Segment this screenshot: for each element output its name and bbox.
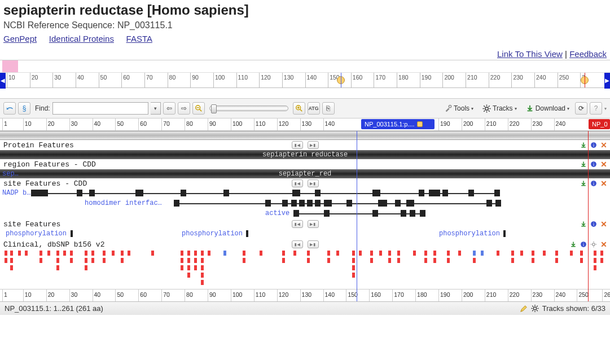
snp-marker[interactable] <box>413 251 416 256</box>
snp-marker[interactable] <box>473 251 476 256</box>
snp-marker[interactable] <box>447 258 450 263</box>
snp-marker[interactable] <box>352 265 355 270</box>
track-download-icon[interactable] <box>580 141 587 149</box>
zoom-handle[interactable] <box>211 104 217 113</box>
snp-marker[interactable] <box>187 258 190 263</box>
snp-marker[interactable] <box>151 251 154 256</box>
track-info-icon[interactable]: i <box>580 240 587 248</box>
snp-marker[interactable] <box>121 251 124 256</box>
snp-marker[interactable] <box>243 251 245 256</box>
region-cdd-bar[interactable]: sep… sepiapter_red <box>0 169 610 178</box>
sequence-badge-blue[interactable]: NP_003115.1:p.... <box>361 119 435 129</box>
snp-marker[interactable] <box>282 251 285 256</box>
track-next[interactable]: ▶▮ <box>308 240 319 248</box>
snp-marker[interactable] <box>570 251 573 256</box>
snp-marker[interactable] <box>370 251 373 256</box>
snp-marker[interactable] <box>10 258 13 263</box>
ruler-scroll-right[interactable]: ▶ <box>604 73 610 89</box>
snp-marker[interactable] <box>181 265 183 270</box>
track-download-icon[interactable] <box>580 179 587 187</box>
snp-marker[interactable] <box>63 251 66 256</box>
overview-ruler[interactable]: ◀ ▶ 102030405060708090100110120130140150… <box>0 72 610 88</box>
track-info-icon[interactable]: i <box>590 160 598 168</box>
snp-marker[interactable] <box>260 251 262 256</box>
snp-marker[interactable] <box>201 273 204 278</box>
snp-marker[interactable] <box>70 251 73 256</box>
main-ruler[interactable]: 1102030405060708090100110120130140 NP_00… <box>0 119 610 131</box>
sequence-button[interactable]: ⎘ <box>322 102 335 115</box>
track-download-icon[interactable] <box>569 240 577 248</box>
snp-marker[interactable] <box>181 251 183 256</box>
zoom-slider[interactable] <box>209 106 288 111</box>
snp-marker[interactable] <box>433 251 436 256</box>
snp-marker[interactable] <box>18 251 21 256</box>
snp-marker[interactable] <box>511 258 514 263</box>
track-close-icon[interactable] <box>600 141 608 149</box>
snp-marker[interactable] <box>379 251 382 256</box>
track-gear-icon[interactable] <box>590 240 598 248</box>
snp-marker[interactable] <box>10 265 13 270</box>
track-prev[interactable]: ▮◀ <box>292 240 303 248</box>
protein-feature-bar[interactable]: sepiapterin reductase <box>0 150 610 159</box>
snp-marker[interactable] <box>181 258 183 263</box>
find-next-button[interactable]: ⇨ <box>178 102 190 115</box>
tracks-gear-icon[interactable] <box>531 305 539 313</box>
refresh-button[interactable]: ⟳ <box>575 102 587 115</box>
snp-marker[interactable] <box>336 251 339 256</box>
snp-marker[interactable] <box>600 251 603 256</box>
homodimer-row[interactable]: homodimer interfac… <box>0 199 610 209</box>
overview-bar[interactable] <box>0 60 610 72</box>
snp-marker[interactable] <box>40 251 42 256</box>
identical-proteins-link[interactable]: Identical Proteins <box>49 34 114 43</box>
history-button[interactable]: § <box>18 102 30 115</box>
snp-marker[interactable] <box>243 258 245 263</box>
find-input[interactable] <box>52 102 148 115</box>
snp-marker[interactable] <box>187 265 190 270</box>
snp-marker[interactable] <box>91 258 94 263</box>
sequence-badge-red[interactable]: NP_0 <box>589 119 610 129</box>
snp-marker[interactable] <box>594 258 596 263</box>
snp-marker[interactable] <box>201 280 204 285</box>
tracks-menu[interactable]: Tracks▾ <box>479 102 520 115</box>
snp-marker[interactable] <box>187 273 190 278</box>
snp-marker[interactable] <box>397 258 400 263</box>
track-close-icon[interactable] <box>600 179 608 187</box>
snp-marker[interactable] <box>103 251 106 256</box>
snp-marker[interactable] <box>594 265 596 270</box>
snp-marker[interactable] <box>85 265 87 270</box>
track-close-icon[interactable] <box>600 160 608 168</box>
snp-marker[interactable] <box>555 258 558 263</box>
snp-marker[interactable] <box>497 251 499 256</box>
track-info-icon[interactable]: i <box>590 179 598 187</box>
snp-marker[interactable] <box>520 251 523 256</box>
atg-button[interactable]: ATG <box>308 102 320 115</box>
snp-marker[interactable] <box>352 258 355 263</box>
zoom-in-button[interactable] <box>293 102 305 115</box>
snp-marker[interactable] <box>10 251 13 256</box>
snp-marker[interactable] <box>481 251 484 256</box>
snp-marker[interactable] <box>352 251 355 256</box>
snp-marker[interactable] <box>121 258 124 263</box>
bottom-ruler[interactable]: 1102030405060708090100110120130140150160… <box>0 289 610 301</box>
snp-marker[interactable] <box>91 251 94 256</box>
download-menu[interactable]: Download▾ <box>523 102 573 115</box>
track-prev[interactable]: ▮◀ <box>292 141 303 149</box>
snp-marker[interactable] <box>128 251 130 256</box>
snp-marker[interactable] <box>600 258 603 263</box>
snp-marker[interactable] <box>388 251 391 256</box>
overview-region-indicator[interactable] <box>2 60 18 73</box>
phosphorylation-row[interactable]: phosphorylation phosphorylation phosphor… <box>0 229 610 239</box>
feedback-link[interactable]: Feedback <box>569 49 607 59</box>
snp-marker[interactable] <box>201 258 204 263</box>
track-next[interactable]: ▶▮ <box>308 179 319 187</box>
nadp-row[interactable]: NADP b… <box>0 188 610 199</box>
find-prev-button[interactable]: ⇦ <box>163 102 175 115</box>
snp-marker[interactable] <box>194 251 197 256</box>
track-prev[interactable]: ▮◀ <box>292 220 303 228</box>
track-next[interactable]: ▶▮ <box>308 220 319 228</box>
track-download-icon[interactable] <box>580 220 587 228</box>
snp-marker[interactable] <box>555 251 558 256</box>
zoom-out-button[interactable] <box>192 102 205 115</box>
snp-marker[interactable] <box>201 251 204 256</box>
snp-marker[interactable] <box>70 258 73 263</box>
